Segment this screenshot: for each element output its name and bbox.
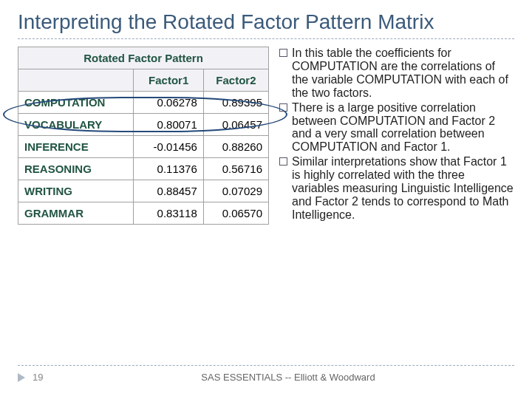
table-row: Rotated Factor Pattern	[18, 47, 269, 69]
var-cell: WRITING	[18, 180, 134, 202]
num-cell: 0.07029	[203, 180, 268, 202]
body: Rotated Factor Pattern Factor1 Factor2 C…	[18, 47, 514, 225]
blank-cell	[18, 69, 134, 92]
col-factor1: Factor1	[134, 69, 203, 92]
footer: 19 SAS ESSENTIALS -- Elliott & Woodward	[18, 365, 514, 383]
triangle-icon	[18, 373, 25, 382]
factor-table-wrap: Rotated Factor Pattern Factor1 Factor2 C…	[18, 47, 269, 225]
var-cell: REASONING	[18, 158, 134, 180]
table-row: INFERENCE -0.01456 0.88260	[18, 136, 269, 158]
table-row: COMPUTATION 0.06278 0.89395	[18, 92, 269, 114]
bullet-text: There is a large positive correlation be…	[292, 101, 514, 154]
table-row: WRITING 0.88457 0.07029	[18, 180, 269, 202]
factor-pattern-table: Rotated Factor Pattern Factor1 Factor2 C…	[18, 47, 269, 225]
table-caption: Rotated Factor Pattern	[18, 47, 269, 69]
num-cell: 0.06570	[203, 202, 268, 225]
num-cell: 0.88260	[203, 136, 268, 158]
num-cell: -0.01456	[134, 136, 203, 158]
checkbox-icon	[279, 157, 287, 166]
page-number: 19	[33, 372, 55, 383]
table-row: VOCABULARY 0.80071 0.06457	[18, 114, 269, 136]
table-row: GRAMMAR 0.83118 0.06570	[18, 202, 269, 225]
num-cell: 0.83118	[134, 202, 203, 225]
var-cell: INFERENCE	[18, 136, 134, 158]
table-row: REASONING 0.11376 0.56716	[18, 158, 269, 180]
var-cell: VOCABULARY	[18, 114, 134, 136]
slide-title: Interpreting the Rotated Factor Pattern …	[18, 10, 514, 34]
notes: In this table the coefficients for COMPU…	[279, 47, 514, 225]
col-factor2: Factor2	[203, 69, 268, 92]
bullet-item: Similar interpretations show that Factor…	[279, 155, 514, 222]
num-cell: 0.11376	[134, 158, 203, 180]
num-cell: 0.06278	[134, 92, 203, 114]
divider-bottom	[18, 365, 514, 366]
num-cell: 0.88457	[134, 180, 203, 202]
bullet-text: Similar interpretations show that Factor…	[292, 155, 514, 222]
var-cell: COMPUTATION	[18, 92, 134, 114]
bullet-item: In this table the coefficients for COMPU…	[279, 47, 514, 100]
num-cell: 0.89395	[203, 92, 268, 114]
footer-row: 19 SAS ESSENTIALS -- Elliott & Woodward	[18, 372, 514, 383]
slide: Interpreting the Rotated Factor Pattern …	[0, 0, 532, 399]
num-cell: 0.80071	[134, 114, 203, 136]
checkbox-icon	[279, 49, 287, 57]
var-cell: GRAMMAR	[18, 202, 134, 225]
divider-top	[18, 38, 514, 39]
bullet-text: In this table the coefficients for COMPU…	[292, 47, 514, 100]
checkbox-icon	[279, 103, 287, 112]
num-cell: 0.56716	[203, 158, 268, 180]
num-cell: 0.06457	[203, 114, 268, 136]
table-row: Factor1 Factor2	[18, 69, 269, 92]
footer-text: SAS ESSENTIALS -- Elliott & Woodward	[62, 372, 514, 383]
bullet-item: There is a large positive correlation be…	[279, 101, 514, 154]
